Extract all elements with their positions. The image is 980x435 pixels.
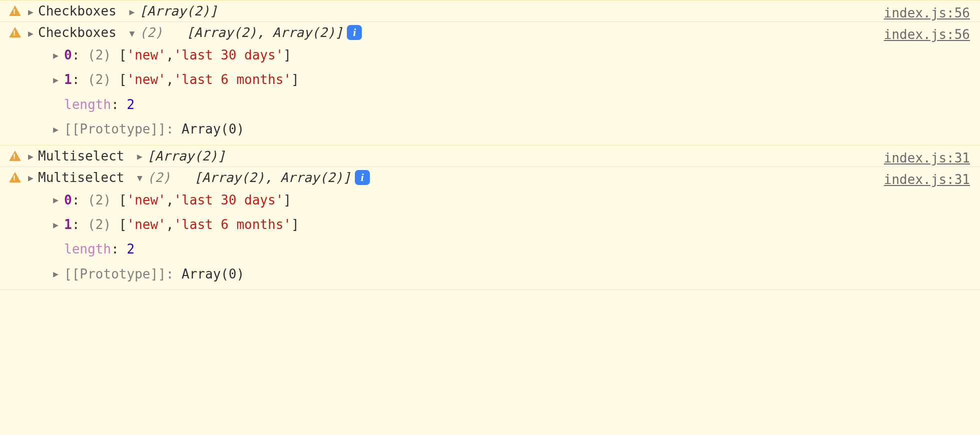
warning-icon <box>9 6 21 16</box>
array-index-row[interactable]: ▶ 0: (2) ['new', 'last 30 days'] <box>53 188 971 212</box>
log-label: Checkboxes <box>38 4 117 18</box>
source-link[interactable]: index.js:31 <box>884 150 970 166</box>
array-preview-expanded[interactable]: (2) [Array(2), Array(2)] <box>147 170 351 185</box>
log-label: Multiselect <box>38 148 124 164</box>
chevron-right-icon[interactable]: ▶ <box>53 121 64 138</box>
warning-icon <box>9 27 21 38</box>
console-warning-row: ▶ Multiselect ▶ [Array(2)] index.js:31 <box>0 146 980 167</box>
array-index-row[interactable]: ▶ 1: (2) ['new', 'last 6 months'] <box>53 212 971 237</box>
disclose-value-icon[interactable]: ▼ <box>137 172 147 183</box>
length-row: ▶ length: 2 <box>53 92 971 117</box>
source-link[interactable]: index.js:56 <box>884 6 970 20</box>
disclose-label-icon[interactable]: ▶ <box>28 6 38 17</box>
console-warning-row: ▶ Multiselect ▼ (2) [Array(2), Array(2)]… <box>0 167 980 290</box>
info-icon[interactable]: i <box>355 170 370 185</box>
disclose-label-icon[interactable]: ▶ <box>28 150 38 162</box>
prototype-row[interactable]: ▶ [[Prototype]]: Array(0) <box>53 262 971 286</box>
disclose-label-icon[interactable]: ▶ <box>28 172 38 183</box>
chevron-right-icon[interactable]: ▶ <box>53 72 64 88</box>
console-warning-row: ▶ Checkboxes ▶ [Array(2)] index.js:56 <box>0 0 980 22</box>
array-preview-expanded[interactable]: (2) [Array(2), Array(2)] <box>139 25 343 40</box>
disclose-value-icon[interactable]: ▶ <box>137 150 147 162</box>
array-index-row[interactable]: ▶ 1: (2) ['new', 'last 6 months'] <box>53 68 971 92</box>
log-label: Checkboxes <box>38 25 117 40</box>
warning-icon <box>9 172 21 182</box>
source-link[interactable]: index.js:56 <box>884 27 970 42</box>
disclose-value-icon[interactable]: ▼ <box>129 27 139 38</box>
array-index-row[interactable]: ▶ 0: (2) ['new', 'last 30 days'] <box>53 43 971 68</box>
log-label: Multiselect <box>38 170 124 185</box>
expanded-properties: ▶ 0: (2) ['new', 'last 30 days'] ▶ 1: (2… <box>28 185 971 287</box>
chevron-right-icon[interactable]: ▶ <box>53 47 64 64</box>
chevron-right-icon[interactable]: ▶ <box>53 266 64 282</box>
chevron-right-icon[interactable]: ▶ <box>53 192 64 208</box>
prototype-row[interactable]: ▶ [[Prototype]]: Array(0) <box>53 117 971 142</box>
warning-icon <box>9 150 21 161</box>
info-icon[interactable]: i <box>347 25 362 40</box>
expanded-properties: ▶ 0: (2) ['new', 'last 30 days'] ▶ 1: (2… <box>28 40 971 142</box>
disclose-label-icon[interactable]: ▶ <box>28 27 38 38</box>
length-row: ▶ length: 2 <box>53 237 971 262</box>
disclose-value-icon[interactable]: ▶ <box>129 6 139 17</box>
array-preview[interactable]: [Array(2)] <box>139 4 218 18</box>
chevron-right-icon[interactable]: ▶ <box>53 216 64 234</box>
source-link[interactable]: index.js:31 <box>884 172 970 187</box>
console-warning-row: ▶ Checkboxes ▼ (2) [Array(2), Array(2)] … <box>0 22 980 146</box>
array-preview[interactable]: [Array(2)] <box>147 148 226 164</box>
